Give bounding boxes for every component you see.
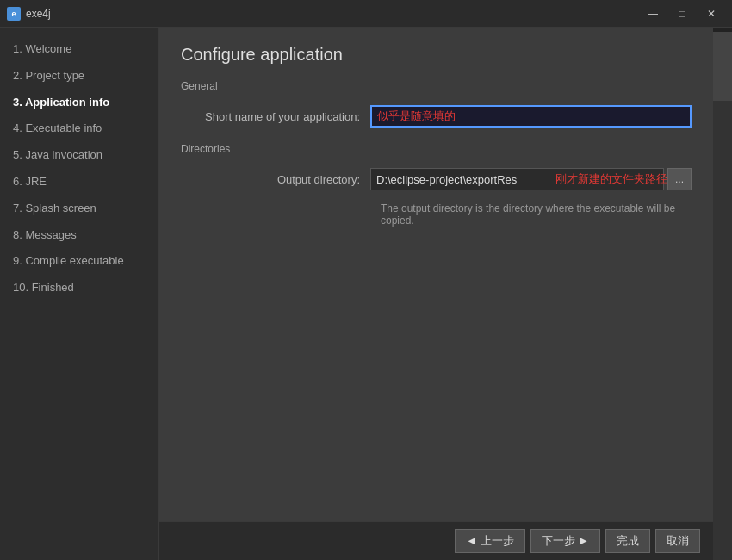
sidebar: 1. Welcome 2. Project type 3. Applicatio…: [0, 28, 159, 560]
short-name-input-wrapper: 似乎是随意填的: [370, 105, 692, 128]
minimize-button[interactable]: —: [639, 3, 667, 24]
bottom-bar: ◄ 上一步 下一步 ► 完成 取消: [159, 521, 713, 560]
right-sidebar: [713, 28, 732, 560]
directories-section-label: Directories: [181, 143, 692, 159]
page-title: Configure application: [181, 45, 692, 65]
output-dir-help-text: The output directory is the directory wh…: [381, 202, 692, 227]
main-container: 1. Welcome 2. Project type 3. Applicatio…: [0, 28, 732, 560]
content-area: Configure application General Short name…: [159, 28, 713, 560]
short-name-input[interactable]: [370, 105, 692, 128]
sidebar-item-splash-screen[interactable]: 7. Splash screen: [0, 196, 158, 222]
output-dir-input[interactable]: [370, 168, 664, 190]
sidebar-item-compile-executable[interactable]: 9. Compile executable: [0, 248, 158, 275]
sidebar-item-finished[interactable]: 10. Finished: [0, 275, 158, 302]
finish-button[interactable]: 完成: [605, 529, 650, 553]
cancel-button[interactable]: 取消: [655, 529, 700, 553]
sidebar-item-executable-info[interactable]: 4. Executable info: [0, 115, 158, 142]
general-section-label: General: [181, 80, 692, 96]
sidebar-item-java-invocation[interactable]: 5. Java invocation: [0, 142, 158, 169]
sidebar-item-messages[interactable]: 8. Messages: [0, 222, 158, 249]
close-button[interactable]: ✕: [698, 3, 725, 24]
maximize-button[interactable]: □: [668, 3, 696, 24]
app-icon: e: [7, 7, 21, 21]
sidebar-item-application-info[interactable]: 3. Application info: [0, 90, 158, 116]
title-bar-controls: — □ ✕: [639, 3, 725, 24]
output-dir-row: Output directory: 刚才新建的文件夹路径 ...: [181, 168, 692, 190]
content-body: Configure application General Short name…: [159, 28, 713, 521]
output-dir-label: Output directory:: [181, 173, 370, 186]
next-button[interactable]: 下一步 ►: [530, 529, 600, 553]
sidebar-item-project-type[interactable]: 2. Project type: [0, 63, 158, 90]
title-bar: e exe4j — □ ✕: [0, 0, 732, 28]
output-dir-input-group: 刚才新建的文件夹路径 ...: [370, 168, 692, 190]
back-button[interactable]: ◄ 上一步: [455, 529, 524, 553]
browse-button[interactable]: ...: [667, 168, 692, 190]
sidebar-item-welcome[interactable]: 1. Welcome: [0, 36, 158, 63]
title-bar-title: exe4j: [26, 8, 639, 20]
right-thumb[interactable]: [713, 32, 732, 101]
sidebar-item-jre[interactable]: 6. JRE: [0, 169, 158, 196]
short-name-row: Short name of your application: 似乎是随意填的: [181, 105, 692, 128]
short-name-label: Short name of your application:: [181, 110, 370, 123]
